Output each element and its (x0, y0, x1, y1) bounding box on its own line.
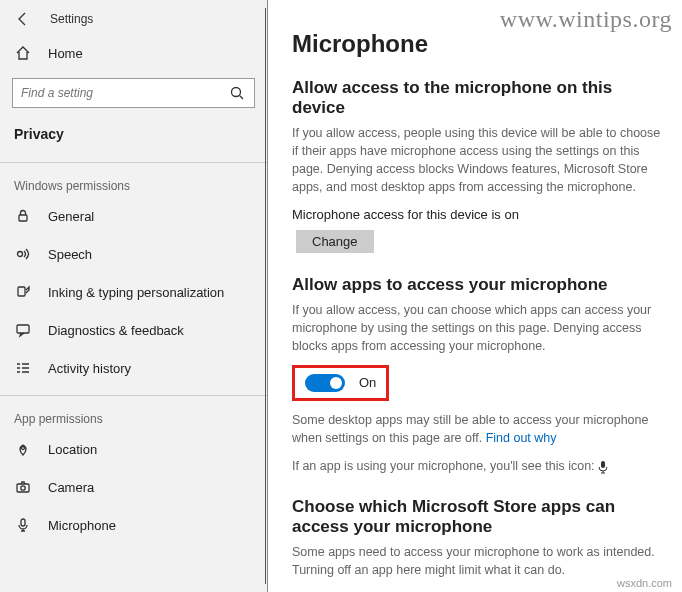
note-desktop-apps: Some desktop apps may still be able to a… (292, 411, 668, 447)
sidebar-item-label: Speech (48, 247, 92, 262)
sidebar: Settings Home Privacy Windows permission… (0, 0, 268, 592)
camera-icon (14, 478, 32, 496)
change-button[interactable]: Change (296, 230, 374, 253)
sidebar-item-label: Inking & typing personalization (48, 285, 224, 300)
toggle-knob (330, 377, 342, 389)
highlight-box: On (292, 365, 389, 401)
sidebar-item-label: Diagnostics & feedback (48, 323, 184, 338)
section-header-windows-permissions: Windows permissions (0, 171, 267, 197)
sidebar-item-label: General (48, 209, 94, 224)
desc-store-apps: Some apps need to access your microphone… (292, 543, 668, 579)
heading-device-access: Allow access to the microphone on this d… (292, 78, 668, 118)
microphone-status-icon (598, 460, 608, 474)
svg-rect-3 (18, 287, 25, 296)
page-title: Microphone (292, 30, 668, 58)
title-bar: Settings (0, 0, 267, 34)
heading-app-access: Allow apps to access your microphone (292, 275, 668, 295)
vertical-divider (265, 8, 266, 584)
heading-store-apps: Choose which Microsoft Store apps can ac… (292, 497, 668, 537)
home-nav[interactable]: Home (0, 34, 267, 72)
section-header-app-permissions: App permissions (0, 404, 267, 430)
window-title: Settings (50, 12, 93, 26)
sidebar-item-label: Microphone (48, 518, 116, 533)
note-mic-in-use: If an app is using your microphone, you'… (292, 457, 668, 475)
watermark: www.wintips.org (500, 6, 672, 33)
toggle-app-access[interactable] (305, 374, 345, 392)
microphone-icon (14, 516, 32, 534)
svg-rect-4 (17, 325, 29, 333)
home-label: Home (48, 46, 83, 61)
home-icon (14, 44, 32, 62)
active-section-privacy[interactable]: Privacy (0, 114, 267, 154)
block-app-access: Allow apps to access your microphone If … (292, 275, 668, 476)
inking-icon (14, 283, 32, 301)
speech-icon (14, 245, 32, 263)
footer-watermark: wsxdn.com (617, 577, 672, 589)
status-device-access: Microphone access for this device is on (292, 207, 668, 222)
desc-app-access: If you allow access, you can choose whic… (292, 301, 668, 355)
search-icon (228, 84, 246, 102)
sidebar-item-camera[interactable]: Camera (0, 468, 267, 506)
feedback-icon (14, 321, 32, 339)
toggle-label: On (359, 375, 376, 390)
svg-point-2 (18, 252, 23, 257)
lock-icon (14, 207, 32, 225)
main-content: Microphone Allow access to the microphon… (278, 0, 682, 592)
search-input[interactable] (21, 86, 228, 100)
find-out-why-link[interactable]: Find out why (486, 431, 557, 445)
sidebar-item-general[interactable]: General (0, 197, 267, 235)
sidebar-item-diagnostics[interactable]: Diagnostics & feedback (0, 311, 267, 349)
svg-point-7 (21, 486, 25, 490)
block-device-access: Allow access to the microphone on this d… (292, 78, 668, 253)
svg-rect-8 (21, 519, 25, 526)
sidebar-item-label: Location (48, 442, 97, 457)
sidebar-item-speech[interactable]: Speech (0, 235, 267, 273)
sidebar-item-inking[interactable]: Inking & typing personalization (0, 273, 267, 311)
sidebar-item-microphone[interactable]: Microphone (0, 506, 267, 544)
search-box[interactable] (12, 78, 255, 108)
activity-icon (14, 359, 32, 377)
block-store-apps: Choose which Microsoft Store apps can ac… (292, 497, 668, 579)
sidebar-item-label: Camera (48, 480, 94, 495)
divider (0, 395, 267, 396)
svg-point-0 (232, 88, 241, 97)
svg-point-5 (22, 447, 25, 450)
svg-rect-1 (19, 215, 27, 221)
desc-device-access: If you allow access, people using this d… (292, 124, 668, 197)
divider (0, 162, 267, 163)
sidebar-item-activity[interactable]: Activity history (0, 349, 267, 387)
location-icon (14, 440, 32, 458)
back-button[interactable] (14, 10, 32, 28)
sidebar-item-label: Activity history (48, 361, 131, 376)
svg-rect-9 (601, 461, 605, 468)
sidebar-item-location[interactable]: Location (0, 430, 267, 468)
